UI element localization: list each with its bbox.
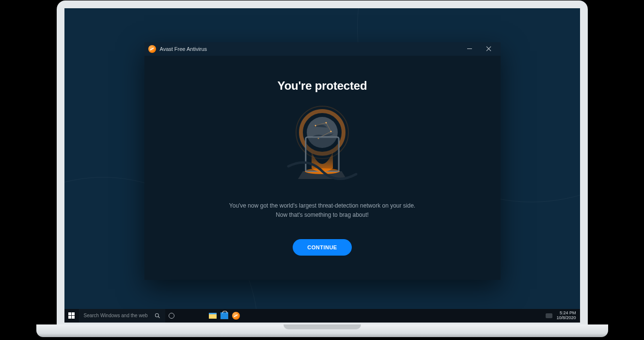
subtext-line-1: You've now got the world's largest threa… xyxy=(229,201,415,210)
folder-icon xyxy=(209,313,217,319)
cortana-button[interactable] xyxy=(165,313,178,319)
avast-app-window: Avast Free Antivirus You're protected xyxy=(144,42,501,280)
clock-date: 10/8/2020 xyxy=(556,316,576,321)
close-icon xyxy=(486,46,491,51)
system-tray: 5:24 PM 10/8/2020 xyxy=(546,311,580,321)
protection-illustration xyxy=(274,103,371,188)
avast-tray-icon xyxy=(232,312,240,320)
minimize-button[interactable] xyxy=(460,42,479,56)
app-body: You're protected xyxy=(144,56,501,280)
close-button[interactable] xyxy=(479,42,499,56)
svg-point-10 xyxy=(155,313,158,317)
laptop-base xyxy=(36,324,608,337)
taskbar-search[interactable]: Search Windows and the web xyxy=(79,309,165,323)
continue-button[interactable]: CONTINUE xyxy=(293,239,351,256)
protected-subtext: You've now got the world's largest threa… xyxy=(229,201,415,220)
start-button[interactable] xyxy=(64,309,79,323)
windows-logo-icon xyxy=(68,312,75,319)
search-placeholder: Search Windows and the web xyxy=(84,313,148,318)
cortana-icon xyxy=(169,313,174,319)
avast-taskbar[interactable] xyxy=(230,309,242,323)
protected-headline: You're protected xyxy=(278,79,367,93)
laptop-mockup: Avast Free Antivirus You're protected xyxy=(36,0,608,340)
avast-logo-icon xyxy=(148,45,156,53)
svg-line-11 xyxy=(158,316,159,318)
laptop-bezel: Avast Free Antivirus You're protected xyxy=(57,0,588,325)
windows-taskbar: Search Windows and the web 5:24 PM 10/8/… xyxy=(64,309,580,323)
notifications-icon[interactable] xyxy=(546,313,552,318)
subtext-line-2: Now that's something to brag about! xyxy=(229,210,415,220)
file-explorer-taskbar[interactable] xyxy=(207,309,219,323)
desktop-screen: Avast Free Antivirus You're protected xyxy=(64,8,580,323)
microsoft-store-taskbar[interactable] xyxy=(219,309,230,323)
search-icon xyxy=(155,313,160,319)
minimize-icon xyxy=(467,49,472,49)
store-icon xyxy=(220,312,228,319)
window-titlebar[interactable]: Avast Free Antivirus xyxy=(144,42,501,56)
taskbar-clock[interactable]: 5:24 PM 10/8/2020 xyxy=(556,311,576,321)
window-title: Avast Free Antivirus xyxy=(160,46,207,52)
